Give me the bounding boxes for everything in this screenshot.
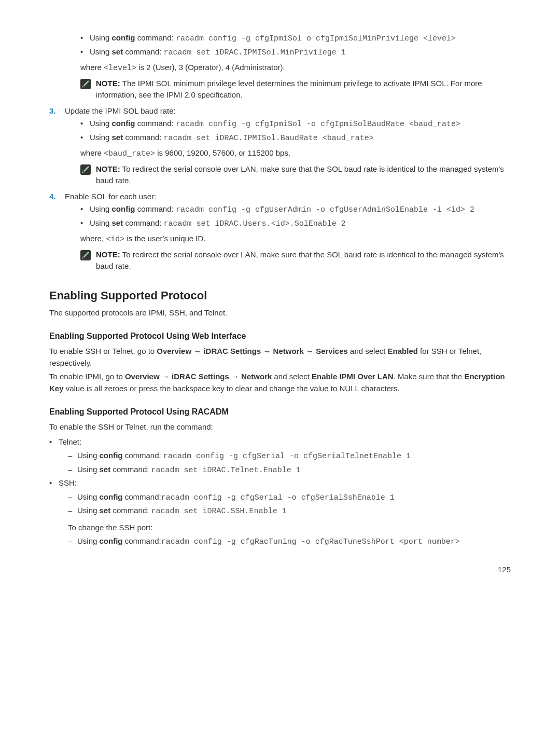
option: Enable IPMI Over LAN: [312, 372, 394, 381]
code: racadm config -g cfgIpmiSol -o cfgIpmiSo…: [176, 120, 460, 129]
text: To redirect the serial console over LAN,…: [96, 164, 504, 185]
note-icon: [80, 250, 91, 260]
section-intro: The supported protocols are IPMI, SSH, a…: [49, 307, 511, 319]
svg-point-3: [83, 171, 85, 172]
text: →: [304, 347, 316, 355]
text: Using: [77, 492, 100, 501]
step-number: 4.: [49, 191, 56, 203]
note-text: NOTE: The IPMI SOL minimum privilege lev…: [96, 78, 511, 101]
list-item: Using config command: racadm config -g c…: [80, 32, 511, 45]
step-4-bullets: Using config command: racadm config -g c…: [80, 203, 511, 230]
text: is the user's unique ID.: [124, 234, 205, 243]
text: Using: [90, 133, 112, 142]
list-item: Using config command: racadm config -g c…: [80, 118, 511, 131]
text: Using: [77, 506, 100, 515]
label: Telnet:: [59, 437, 81, 446]
page-number: 125: [49, 564, 511, 576]
code: racadm config -g cfgIpmiSol o cfgIpmiSol…: [176, 34, 456, 43]
text: command:: [110, 506, 151, 515]
text: →: [160, 372, 172, 381]
list-item: Using set command: racadm set iDRAC.IPMI…: [80, 132, 511, 145]
command-name: config: [112, 119, 135, 128]
command-name: config: [100, 536, 123, 545]
text: Using: [90, 218, 112, 227]
code: <id>: [106, 235, 124, 244]
protocol-list: Telnet: Using config command: racadm con…: [49, 436, 511, 548]
code: racadm set iDRAC.Users.<id>.SolEnable 2: [164, 219, 346, 228]
text: where: [80, 63, 104, 72]
text: command:: [123, 47, 163, 56]
ssh-port-label: To change the SSH port:: [68, 522, 511, 534]
paragraph: To enable IPMI, go to Overview → iDRAC S…: [49, 371, 511, 394]
note-label: NOTE:: [96, 250, 122, 259]
text: Using: [90, 33, 112, 42]
text: →: [229, 372, 241, 381]
list-item: Using set command: racadm set iDRAC.User…: [80, 217, 511, 230]
step-2-bullets: Using config command: racadm config -g c…: [80, 32, 511, 59]
text: Using: [77, 536, 100, 545]
section-heading: Enabling Supported Protocol: [49, 287, 511, 304]
note-label: NOTE:: [96, 164, 122, 173]
note-text: NOTE: To redirect the serial console ove…: [96, 163, 511, 187]
text: To enable IPMI, go to: [49, 372, 125, 381]
code: racadm config -g cfgSerial -o cfgSerialT…: [163, 452, 411, 461]
text: command:: [135, 204, 176, 213]
nav: Services: [316, 347, 348, 355]
step-4: 4. Enable SOL for each user: Using confi…: [49, 191, 511, 272]
command-name: set: [112, 218, 123, 227]
ssh-port-commands: Using config command:racadm config -g cf…: [68, 535, 511, 548]
text: →: [261, 347, 273, 355]
command-name: config: [100, 492, 123, 501]
text: command:: [123, 451, 163, 460]
note-label: NOTE:: [96, 79, 122, 88]
text: and select: [348, 347, 388, 355]
subsection-heading: Enabling Supported Protocol Using RACADM: [49, 406, 511, 418]
nav: iDRAC Settings: [172, 372, 229, 381]
note-icon: [80, 79, 91, 89]
where-clause: where <baud_rate> is 9600, 19200, 57600,…: [80, 147, 511, 160]
text: command:: [110, 465, 151, 474]
list-item: Using config command:racadm config -g cf…: [68, 491, 511, 504]
list-item-telnet: Telnet: Using config command: racadm con…: [49, 436, 511, 477]
svg-point-5: [83, 256, 85, 258]
ssh-commands: Using config command:racadm config -g cf…: [68, 491, 511, 518]
nav: Network: [273, 347, 304, 355]
code: racadm config -g cfgRacTuning -o cfgRacT…: [161, 538, 460, 546]
list-item: Using config command:racadm config -g cf…: [68, 535, 511, 548]
note-icon: [80, 164, 91, 175]
text: value is all zeroes or press the backspa…: [64, 384, 400, 393]
option: Enabled: [388, 347, 418, 355]
paragraph: To enable the SSH or Telnet, run the com…: [49, 421, 511, 433]
text: To redirect the serial console over LAN,…: [96, 250, 504, 271]
code: racadm set iDRAC.Telnet.Enable 1: [151, 466, 301, 475]
text: where,: [80, 234, 106, 243]
step-title: Enable SOL for each user:: [65, 192, 156, 201]
subsection-heading: Enabling Supported Protocol Using Web In…: [49, 330, 511, 342]
text: command:: [135, 33, 176, 42]
text: Using: [90, 47, 112, 56]
command-name: set: [100, 465, 111, 474]
code: racadm set iDRAC.SSH.Enable 1: [151, 507, 287, 516]
note-text: NOTE: To redirect the serial console ove…: [96, 249, 511, 272]
text: . Make sure that the: [394, 372, 465, 381]
step-2-continuation: Using config command: racadm config -g c…: [49, 32, 511, 101]
text: Using: [90, 119, 112, 128]
step-title: Update the IPMI SOL baud rate:: [65, 106, 176, 115]
list-item: Using config command: racadm config -g c…: [80, 203, 511, 216]
command-name: config: [112, 204, 135, 213]
paragraph: To enable SSH or Telnet, go to Overview …: [49, 346, 511, 369]
code: <baud_rate>: [104, 149, 155, 158]
code: racadm set iDRAC.IPMISol.MinPrivilege 1: [164, 48, 346, 57]
list-item-ssh: SSH: Using config command:racadm config …: [49, 477, 511, 548]
command-name: set: [100, 506, 111, 515]
text: command:: [123, 492, 161, 501]
page-content: Using config command: racadm config -g c…: [0, 0, 560, 596]
text: To enable SSH or Telnet, go to: [49, 347, 157, 355]
code: racadm config -g cfgSerial -o cfgSerialS…: [161, 493, 395, 502]
telnet-commands: Using config command: racadm config -g c…: [68, 450, 511, 476]
nav: Network: [241, 372, 272, 381]
text: command:: [123, 133, 163, 142]
nav: Overview: [125, 372, 160, 381]
text: where: [80, 148, 104, 157]
list-item: Using set command: racadm set iDRAC.Teln…: [68, 464, 511, 477]
